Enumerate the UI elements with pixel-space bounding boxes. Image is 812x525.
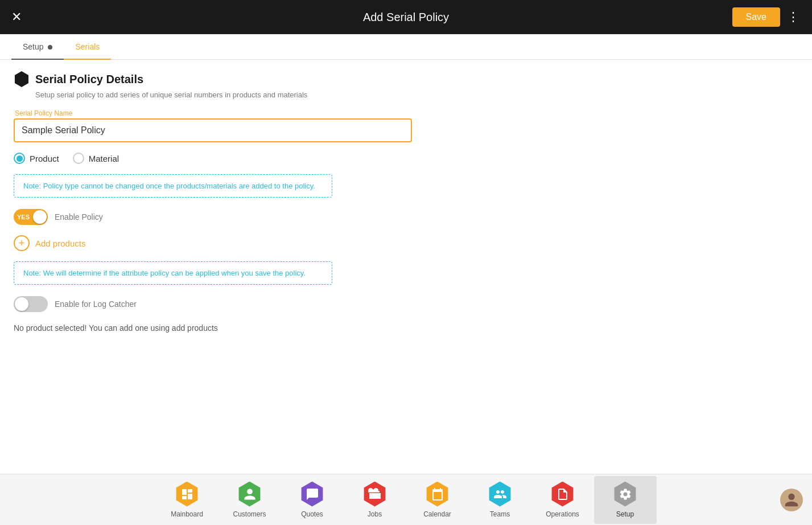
nav-jobs[interactable]: Jobs [344,476,406,524]
setup-icon [613,482,638,507]
nav-setup[interactable]: Setup [594,476,657,524]
note-policy-type: Note: Policy type cannot be changed once… [14,174,332,198]
section-header: Serial Policy Details [14,71,798,87]
radio-material[interactable]: Material [73,153,119,164]
section-title: Serial Policy Details [35,73,143,86]
policy-name-input[interactable] [14,118,412,142]
more-button[interactable]: ⋮ [787,10,801,24]
toggle-track-off: NO [14,296,48,312]
nav-calendar-label: Calendar [423,510,451,518]
tab-setup[interactable]: Setup [11,34,64,59]
main-content: Serial Policy Details Setup serial polic… [0,60,812,474]
radio-product[interactable]: Product [14,153,59,164]
nav-calendar[interactable]: Calendar [406,476,469,524]
nav-operations[interactable]: Operations [531,476,594,524]
add-products-icon: + [14,235,30,251]
tab-serials[interactable]: Serials [64,34,111,59]
policy-name-label: Serial Policy Name [14,109,412,117]
radio-product-label: Product [30,154,59,163]
bottom-nav: Mainboard Customers Quotes Jobs Calendar… [0,474,812,525]
radio-material-label: Material [89,154,119,163]
enable-log-description: Enable for Log Catcher [55,300,137,309]
tab-bar: Setup Serials [0,34,812,60]
enable-log-toggle-row: NO Enable for Log Catcher [14,296,798,312]
nav-teams-label: Teams [490,510,510,518]
toggle-no-label: NO [17,301,27,307]
add-products-label: Add products [35,239,85,248]
teams-icon [488,482,513,507]
enable-policy-toggle[interactable]: YES [14,209,48,225]
nav-quotes[interactable]: Quotes [281,476,344,524]
nav-mainboard[interactable]: Mainboard [156,476,219,524]
radio-product-circle [14,153,25,164]
mainboard-icon [175,482,200,507]
close-button[interactable]: ✕ [11,11,22,23]
operations-icon [550,482,575,507]
no-product-message: No product selected! You can add one usi… [14,323,798,333]
avatar[interactable] [780,489,803,511]
calendar-icon [425,482,450,507]
quotes-icon [300,482,325,507]
nav-setup-label: Setup [616,510,634,518]
nav-quotes-label: Quotes [301,510,323,518]
toggle-track-on: YES [14,209,48,225]
section-icon [14,71,30,87]
type-radio-group: Product Material [14,153,798,164]
jobs-icon [362,482,388,507]
nav-customers[interactable]: Customers [219,476,281,524]
nav-teams[interactable]: Teams [469,476,531,524]
enable-log-toggle[interactable]: NO [14,296,48,312]
customers-icon [237,482,262,507]
nav-jobs-label: Jobs [368,510,382,518]
note-attribute-policy: Note: We will determine if the attribute… [14,261,332,285]
nav-operations-label: Operations [546,510,579,518]
enable-policy-description: Enable Policy [55,212,103,222]
toggle-yes-label: YES [17,214,30,220]
save-button[interactable]: Save [732,7,780,27]
radio-material-circle [73,153,84,164]
toggle-thumb [33,210,47,224]
enable-policy-toggle-row: YES Enable Policy [14,209,798,225]
nav-customers-label: Customers [233,510,266,518]
policy-name-field: Serial Policy Name [14,109,412,142]
add-products-button[interactable]: + Add products [14,235,798,251]
page-title: Add Serial Policy [363,11,449,24]
section-subtitle: Setup serial policy to add series of uni… [35,91,798,99]
header: ✕ Add Serial Policy Save ⋮ [0,0,812,34]
nav-mainboard-label: Mainboard [171,510,203,518]
